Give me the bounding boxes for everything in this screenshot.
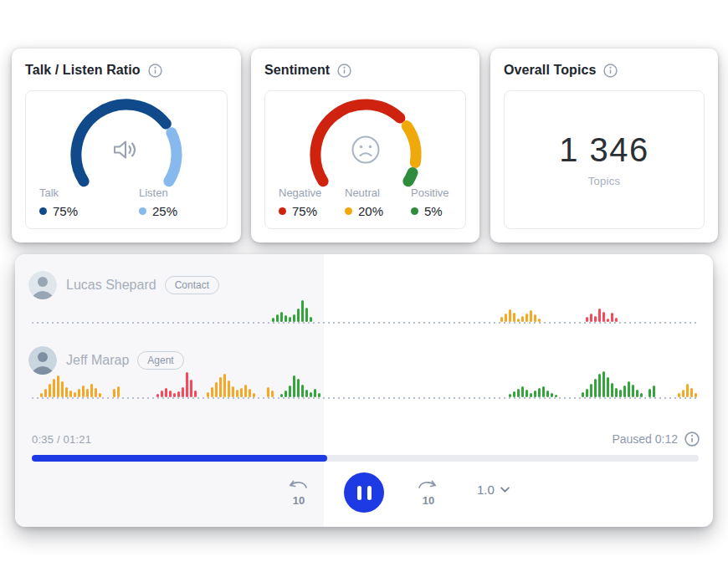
legend-value: 75%	[53, 204, 78, 218]
talk-listen-gauge-container: Talk 75% Listen 25%	[25, 90, 228, 229]
legend-dot	[279, 207, 286, 215]
topics-count: 1 346	[505, 131, 704, 169]
rewind-10-label: 10	[286, 494, 311, 507]
info-icon[interactable]	[337, 64, 351, 78]
chevron-down-icon	[500, 487, 510, 493]
time-row: 0:35 / 01:21 Paused 0:12	[32, 431, 700, 447]
call-analytics-dashboard: Talk / Listen Ratio Talk 75%	[0, 0, 728, 577]
pause-button[interactable]	[344, 472, 384, 513]
sentiment-legend: Negative 75% Neutral 20% Positive	[279, 186, 477, 218]
paused-label: Paused 0:12	[612, 432, 678, 446]
legend-label: Negative	[279, 186, 345, 199]
waveform-jeff	[32, 364, 699, 397]
card-title-overall-topics: Overall Topics	[504, 63, 596, 78]
topics-stat: 1 346 Topics	[505, 131, 704, 187]
playback-controls: 10 10 1.0	[15, 472, 713, 513]
legend-dot	[39, 207, 47, 215]
talk-listen-legend: Talk 75% Listen 25%	[39, 186, 238, 218]
playback-speed-select[interactable]: 1.0	[477, 483, 510, 497]
time-display: 0:35 / 01:21	[32, 433, 91, 446]
paused-status: Paused 0:12	[612, 431, 700, 447]
waveform-baseline	[32, 397, 699, 399]
legend-label: Talk	[39, 186, 139, 199]
waveform-baseline	[32, 322, 699, 324]
legend-dot	[139, 207, 146, 215]
legend-value: 20%	[358, 204, 383, 218]
card-header: Overall Topics	[490, 49, 718, 78]
legend-value: 5%	[424, 204, 443, 218]
legend-label: Positive	[411, 186, 477, 199]
info-icon[interactable]	[684, 431, 700, 447]
card-title-sentiment: Sentiment	[264, 63, 330, 78]
card-header: Sentiment	[251, 49, 479, 78]
pause-icon	[357, 486, 372, 500]
speaker-icon	[111, 137, 141, 166]
topics-stat-container: 1 346 Topics	[504, 90, 705, 229]
info-icon[interactable]	[603, 64, 618, 78]
card-sentiment: Sentiment Negative 75%	[251, 49, 479, 243]
rewind-10-button[interactable]: 10	[286, 478, 311, 507]
forward-10-button[interactable]: 10	[416, 478, 441, 507]
card-header: Talk / Listen Ratio	[12, 49, 241, 78]
legend-label: Neutral	[345, 186, 411, 199]
card-talk-listen-ratio: Talk / Listen Ratio Talk 75%	[12, 49, 241, 243]
progress-bar[interactable]	[32, 455, 699, 462]
topics-label: Topics	[505, 175, 704, 187]
legend-item-talk: Talk 75%	[39, 186, 139, 218]
legend-dot	[345, 207, 352, 215]
forward-10-label: 10	[416, 494, 441, 507]
progress-fill	[32, 455, 327, 462]
legend-value: 25%	[152, 204, 177, 218]
legend-item-positive: Positive 5%	[411, 186, 477, 218]
legend-dot	[411, 207, 418, 215]
speed-value: 1.0	[477, 483, 495, 497]
rewind-arrow-icon	[287, 478, 309, 490]
legend-value: 75%	[292, 204, 317, 218]
info-icon[interactable]	[148, 64, 162, 78]
sad-face-icon	[348, 132, 383, 171]
legend-item-negative: Negative 75%	[279, 186, 345, 218]
audio-player-panel: Lucas Shepard Contact Jeff Marap Agent 0…	[15, 254, 713, 527]
legend-item-neutral: Neutral 20%	[345, 186, 411, 218]
forward-arrow-icon	[417, 478, 438, 490]
sentiment-gauge-container: Negative 75% Neutral 20% Positive	[264, 90, 466, 229]
card-title-talk-listen: Talk / Listen Ratio	[25, 63, 141, 78]
legend-item-listen: Listen 25%	[139, 186, 238, 218]
card-overall-topics: Overall Topics 1 346 Topics	[490, 49, 718, 243]
legend-label: Listen	[139, 186, 238, 199]
waveform-lucas	[32, 288, 699, 322]
